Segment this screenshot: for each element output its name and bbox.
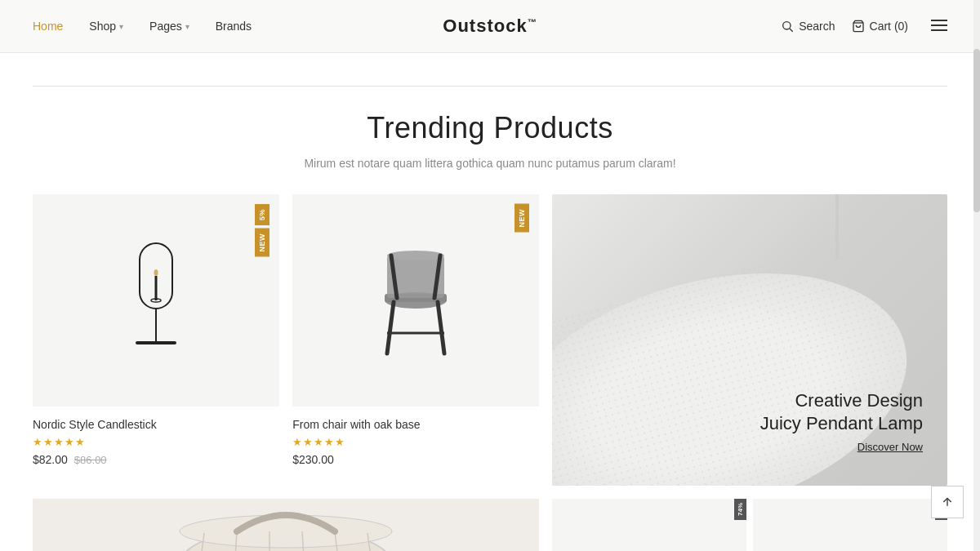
badge-container-p2: NEW — [514, 204, 529, 233]
nav-left: Home Shop ▾ Pages ▾ Brands — [33, 20, 252, 33]
scrollbar-thumb[interactable] — [973, 49, 980, 212]
cart-button[interactable]: Cart (0) — [852, 20, 908, 33]
pages-chevron-icon: ▾ — [185, 22, 189, 31]
featured-product-card[interactable]: Creative DesignJuicy Pendant Lamp Discov… — [552, 194, 947, 486]
product-name-candlestick: Nordic Style Candlestick — [33, 418, 279, 431]
site-logo[interactable]: Outstock™ — [443, 16, 537, 37]
bottom-card-1[interactable]: 74% — [552, 499, 746, 551]
shop-chevron-icon: ▾ — [119, 22, 123, 31]
hamburger-menu-button[interactable] — [931, 17, 947, 36]
product-grid: 5% NEW Nordic Style Candlestick ★★★★★ $8… — [33, 194, 947, 486]
nav-item-pages[interactable]: Pages ▾ — [149, 20, 189, 33]
back-to-top-button[interactable] — [931, 486, 964, 518]
product-stars-chair: ★★★★★ — [292, 436, 539, 448]
svg-line-16 — [387, 302, 394, 353]
chair-illustration — [363, 235, 469, 366]
arrow-up-icon — [941, 495, 954, 509]
product-card-candlestick: 5% NEW Nordic Style Candlestick ★★★★★ $8… — [33, 194, 279, 473]
featured-card-title: Creative DesignJuicy Pendant Lamp — [760, 389, 923, 436]
svg-point-0 — [783, 22, 791, 29]
nav-item-brands[interactable]: Brands — [216, 20, 252, 33]
badge-new-p1: NEW — [255, 229, 270, 257]
badge-discount-p1: 5% — [255, 204, 270, 225]
svg-point-15 — [387, 251, 444, 260]
svg-line-17 — [438, 302, 444, 353]
product-name-chair: From chair with oak base — [292, 418, 539, 431]
nav-item-shop[interactable]: Shop ▾ — [89, 20, 123, 33]
search-button[interactable]: Search — [781, 20, 835, 33]
bottom-badge-1: 74% — [734, 499, 746, 520]
basket-illustration — [155, 499, 416, 551]
product-info-candlestick: Nordic Style Candlestick ★★★★★ $82.00 $8… — [33, 407, 279, 473]
product-image-candlestick[interactable]: 5% NEW — [33, 194, 279, 407]
bottom-right-products: 74% 50% — [552, 499, 947, 551]
bottom-grid: 74% 50% — [33, 499, 947, 551]
nav-right: Search Cart (0) — [781, 17, 947, 36]
svg-line-1 — [790, 29, 793, 32]
svg-point-11 — [154, 269, 158, 276]
badge-new-p2: NEW — [514, 204, 529, 233]
product-stars-candlestick: ★★★★★ — [33, 436, 279, 448]
bottom-card-basket[interactable] — [33, 499, 539, 551]
navbar: Home Shop ▾ Pages ▾ Brands Outstock™ Sea… — [0, 0, 980, 53]
nav-item-home[interactable]: Home — [33, 20, 63, 33]
badge-container-p1: 5% NEW — [255, 204, 270, 257]
search-icon — [781, 20, 794, 33]
candlestick-illustration — [123, 235, 189, 366]
featured-card-overlay: Creative DesignJuicy Pendant Lamp Discov… — [760, 389, 923, 453]
lamp-stem-svg — [825, 194, 849, 260]
main-content: Trending Products Mirum est notare quam … — [0, 53, 980, 551]
price-original-candlestick: $86.00 — [74, 454, 107, 466]
discover-now-link[interactable]: Discover Now — [760, 441, 923, 453]
section-divider — [33, 86, 947, 87]
bottom-badge-container-1: 74% — [734, 499, 746, 520]
bottom-card-2[interactable]: 50% — [753, 499, 947, 551]
section-subtitle: Mirum est notare quam littera gothica qu… — [33, 157, 947, 170]
price-current-chair: $230.00 — [292, 453, 334, 466]
product-price-candlestick: $82.00 $86.00 — [33, 453, 279, 466]
hamburger-icon — [931, 19, 947, 32]
price-current-candlestick: $82.00 — [33, 453, 68, 466]
scrollbar[interactable] — [973, 0, 980, 551]
section-header: Trending Products Mirum est notare quam … — [33, 86, 947, 170]
product-card-chair: NEW From chair with oak base ★★★★★ $230.… — [292, 194, 539, 473]
product-price-chair: $230.00 — [292, 453, 539, 466]
cart-icon — [852, 20, 865, 33]
product-image-chair[interactable]: NEW — [292, 194, 539, 407]
product-info-chair: From chair with oak base ★★★★★ $230.00 — [292, 407, 539, 473]
svg-rect-8 — [136, 341, 176, 344]
section-title: Trending Products — [33, 111, 947, 145]
